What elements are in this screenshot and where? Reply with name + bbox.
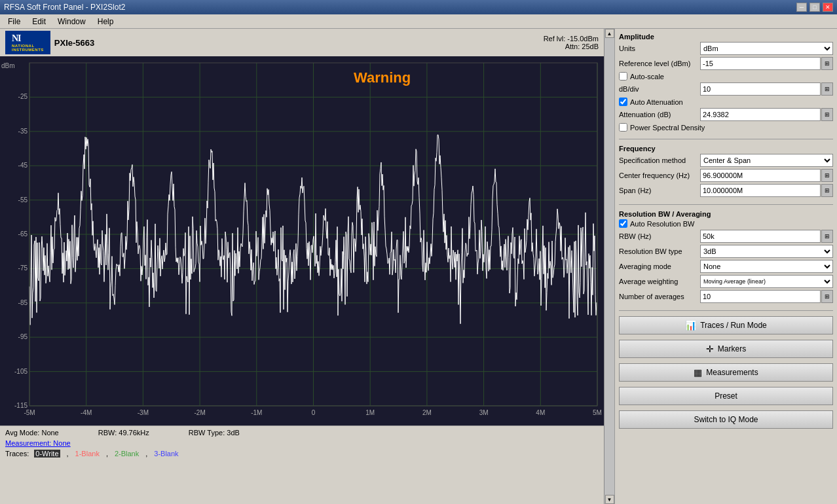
rbw-hz-input[interactable]: [700, 230, 821, 243]
warning-text: Warning: [354, 69, 411, 86]
frequency-section: Frequency Specification method Center & …: [619, 145, 833, 199]
ref-level-input[interactable]: [700, 57, 821, 70]
spectrum-canvas: [0, 56, 604, 425]
maximize-button[interactable]: □: [809, 3, 820, 12]
db-div-expand-btn[interactable]: ⊞: [821, 82, 833, 96]
rbw-hz-label: RBW (Hz): [619, 232, 698, 240]
spec-method-label: Specification method: [619, 156, 698, 164]
status-bar: Avg Mode: None RBW: 49.76kHz RBW Type: 3…: [0, 425, 604, 504]
amplitude-section: Amplitude Units dBm Reference level (dBm…: [619, 33, 833, 134]
db-div-row: dB/div ⊞: [619, 82, 833, 96]
db-div-label: dB/div: [619, 85, 698, 93]
avg-mode-select[interactable]: None RMS Vector Peak Hold: [700, 260, 833, 273]
center-freq-input-group: ⊞: [700, 169, 833, 182]
window-controls: ─ □ ✕: [796, 3, 833, 12]
title-bar: RFSA Soft Front Panel - PXI2Slot2 ─ □ ✕: [0, 0, 837, 14]
menu-help[interactable]: Help: [92, 16, 119, 27]
preset-label: Preset: [715, 391, 737, 401]
rbw-hz-expand-btn[interactable]: ⊞: [821, 230, 833, 243]
span-input-group: ⊞: [700, 184, 833, 197]
ref-level-row: Reference level (dBm) ⊞: [619, 57, 833, 70]
attn-db-input[interactable]: [700, 108, 821, 121]
right-panel: Amplitude Units dBm Reference level (dBm…: [614, 29, 837, 504]
units-input-group: dBm: [700, 42, 833, 55]
traces-run-icon: 📊: [685, 320, 696, 331]
trace-2: 2-Blank: [115, 450, 139, 458]
switch-iq-label: Switch to IQ Mode: [694, 415, 758, 424]
num-averages-input[interactable]: [700, 290, 821, 303]
center-freq-expand-btn[interactable]: ⊞: [821, 169, 833, 182]
num-averages-label: Number of averages: [619, 293, 698, 300]
avg-mode-label: Averaging mode: [619, 262, 698, 270]
trace-3: 3-Blank: [154, 450, 178, 458]
avg-mode-status: Avg Mode: None: [5, 429, 59, 437]
spec-method-row: Specification method Center & Span Start…: [619, 154, 833, 167]
close-button[interactable]: ✕: [823, 3, 833, 12]
auto-rbw-row: Auto Resolution BW: [619, 219, 833, 228]
chart-section: NI NATIONALINSTRUMENTS PXIe-5663 Ref lvl…: [0, 29, 604, 504]
menu-window[interactable]: Window: [52, 16, 91, 27]
center-freq-input[interactable]: [700, 169, 821, 182]
menu-edit[interactable]: Edit: [27, 16, 51, 27]
psd-checkbox[interactable]: [619, 123, 627, 132]
num-averages-row: Number of averages ⊞: [619, 290, 833, 303]
avg-weighting-input-group: Moving Average (linear) Exponential: [700, 275, 833, 288]
trace-0: 0-Write: [34, 450, 60, 458]
num-averages-expand-btn[interactable]: ⊞: [821, 290, 833, 303]
db-div-input-group: ⊞: [700, 82, 833, 96]
psd-row: Power Spectral Density: [619, 123, 833, 132]
auto-attn-label: Auto Attenuation: [630, 98, 683, 106]
divider-1: [619, 139, 833, 139]
attn-db-row: Attenuation (dB) ⊞: [619, 108, 833, 121]
units-row: Units dBm: [619, 42, 833, 55]
avg-mode-input-group: None RMS Vector Peak Hold: [700, 260, 833, 273]
auto-scale-checkbox[interactable]: [619, 72, 627, 81]
menu-bar: File Edit Window Help: [0, 14, 837, 29]
rbw-title: Resolution BW / Averaging: [619, 210, 833, 218]
span-label: Span (Hz): [619, 187, 698, 194]
spectrum-plot: Warning: [0, 56, 604, 425]
measurements-button[interactable]: ▦ Measurements: [619, 363, 833, 382]
markers-button[interactable]: ✛ Markers: [619, 340, 833, 358]
avg-weighting-row: Average weighting Moving Average (linear…: [619, 275, 833, 288]
span-input[interactable]: [700, 184, 821, 197]
spec-method-input-group: Center & Span Start & Stop: [700, 154, 833, 167]
traces-label: Traces:: [5, 450, 29, 458]
chart-scrollbar[interactable]: ▲ ▼: [604, 29, 614, 504]
spec-method-select[interactable]: Center & Span Start & Stop: [700, 154, 833, 167]
attn-db-expand-btn[interactable]: ⊞: [821, 108, 833, 121]
main-content: NI NATIONALINSTRUMENTS PXIe-5663 Ref lvl…: [0, 29, 837, 504]
rbw-type-row: Resolution BW type 3dB 6dB Noise: [619, 245, 833, 258]
switch-iq-button[interactable]: Switch to IQ Mode: [619, 410, 833, 429]
center-freq-row: Center frequency (Hz) ⊞: [619, 169, 833, 182]
traces-run-button[interactable]: 📊 Traces / Run Mode: [619, 316, 833, 334]
units-label: Units: [619, 45, 698, 52]
rbw-type-select[interactable]: 3dB 6dB Noise: [700, 245, 833, 258]
span-expand-btn[interactable]: ⊞: [821, 184, 833, 197]
avg-weighting-label: Average weighting: [619, 278, 698, 285]
rbw-type-input-group: 3dB 6dB Noise: [700, 245, 833, 258]
attn-db-input-group: ⊞: [700, 108, 833, 121]
center-freq-label: Center frequency (Hz): [619, 171, 698, 179]
attn-display: Attn: 25dB: [544, 43, 599, 50]
trace-1: 1-Blank: [75, 450, 100, 458]
scroll-up-button[interactable]: ▲: [605, 29, 614, 38]
auto-scale-row: Auto-scale: [619, 72, 833, 81]
measurement-link[interactable]: Measurement: None: [5, 439, 71, 447]
preset-button[interactable]: Preset: [619, 387, 833, 405]
ref-level-label: Reference level (dBm): [619, 60, 698, 67]
units-select[interactable]: dBm: [700, 42, 833, 55]
ref-level-input-group: ⊞: [700, 57, 833, 70]
db-div-input[interactable]: [700, 82, 821, 96]
avg-weighting-select[interactable]: Moving Average (linear) Exponential: [700, 275, 833, 288]
minimize-button[interactable]: ─: [796, 3, 807, 12]
avg-mode-row: Averaging mode None RMS Vector Peak Hold: [619, 260, 833, 273]
ref-level-expand-btn[interactable]: ⊞: [821, 57, 833, 70]
auto-rbw-checkbox[interactable]: [619, 219, 627, 228]
menu-file[interactable]: File: [3, 16, 26, 27]
rbw-section: Resolution BW / Averaging Auto Resolutio…: [619, 210, 833, 305]
scroll-down-button[interactable]: ▼: [605, 495, 614, 504]
auto-attn-checkbox[interactable]: [619, 98, 627, 106]
span-row: Span (Hz) ⊞: [619, 184, 833, 197]
attn-db-label: Attenuation (dB): [619, 111, 698, 118]
